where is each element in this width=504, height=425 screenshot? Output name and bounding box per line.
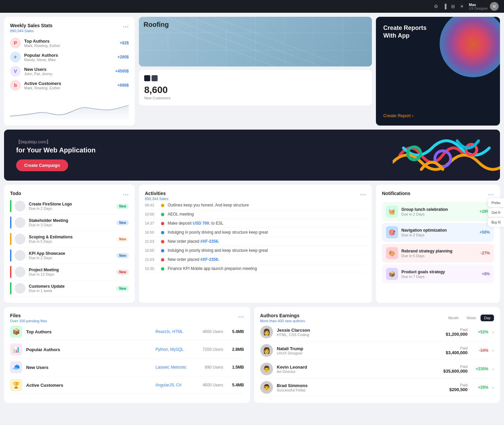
act-link-3[interactable]: USD 700. (193, 221, 210, 226)
todo-dot-5 (10, 266, 11, 278)
activities-header: Activities 890,344 Sales ⋯ (145, 191, 366, 201)
new-users-name: New Users (24, 67, 112, 72)
grid-icon[interactable]: ⊞ (451, 4, 455, 9)
center-top-column: Roofing 8,600 New Customers (139, 17, 372, 126)
topbar: ⚙ ▐ ⊞ ☀ Max UX Designer M (0, 0, 504, 13)
user-info: Max UX Designer M (469, 2, 499, 11)
todo-info-2: Stakeholder Meeting Due in 3 Days (29, 218, 113, 227)
todo-avatar-3 (15, 234, 25, 244)
todo-item-1: Create FireStone Logo Due in 2 Days New (10, 198, 129, 215)
new-customers-number: 8,600 (144, 85, 367, 95)
ae-row-4: 👨 Brad Simmons Successful Fellas Paid $2… (260, 378, 494, 397)
act-dot-5 (161, 240, 164, 243)
ae-chevron-1[interactable]: › (492, 329, 494, 335)
campaign-deco-svg (393, 134, 500, 177)
activity-item-5: 21:03 New order placed #XF-2356. (145, 237, 366, 246)
todo-card: Todo ⋯ Create FireStone Logo Due in 2 Da… (4, 185, 135, 303)
act-dot-7 (161, 258, 164, 262)
todo-badge-1: New (116, 204, 129, 209)
todo-avatar-4 (15, 250, 25, 261)
avatar[interactable]: M (490, 2, 499, 11)
todo-avatar-5 (15, 267, 25, 277)
notifications-menu[interactable]: ⋯ (488, 191, 494, 198)
ae-tab-month[interactable]: Month (445, 315, 462, 321)
file-row-4: 🏆 Active Customers AngularJS, C# 4600 Us… (10, 376, 244, 394)
notif-info-3: Rebrand strategy planning Due in 5 Days (401, 249, 477, 258)
notif-item-3: 🎨 Rebrand strategy planning Due in 5 Day… (382, 244, 494, 263)
act-link-7[interactable]: #XF-2356. (200, 257, 219, 262)
activity-item-3: 14:37 Make deposit USD 700. to ESL (145, 219, 366, 228)
ae-chevron-4[interactable]: › (492, 385, 494, 390)
sales-chart (10, 96, 129, 120)
ae-tab-week[interactable]: Week (463, 315, 480, 321)
todo-dot-3 (10, 233, 11, 245)
notif-val-2: +50% (480, 230, 490, 235)
ae-payment-3: Paid $35,600,000 (443, 365, 467, 374)
todo-item-5: Project Meeting Due in 12 Days New (10, 264, 129, 280)
act-dot-3 (161, 222, 164, 225)
roofing-title: Roofing (144, 21, 169, 29)
notif-icon-1: 🧺 (386, 205, 398, 218)
ae-change-4: +28% (471, 385, 488, 390)
ae-tab-day[interactable]: Day (481, 315, 494, 321)
todo-list: Create FireStone Logo Due in 2 Days New … (10, 198, 129, 297)
files-header: Files Over 100 pending files ⋯ (10, 313, 244, 323)
weekly-sales-card: Weekly Sales Stats 890,344 Sales ⋯ P Top… (4, 17, 135, 126)
ae-tabs: Month Week Day (445, 315, 494, 321)
ae-row-3: 👨 Kevin Leonard Art Director Paid $35,60… (260, 360, 494, 378)
popular-authors-info: Popular Authors Randy, Steve, Mike (24, 53, 114, 62)
create-report-link[interactable]: Create Report › (383, 113, 493, 118)
ae-avatar-1: 👩 (260, 326, 273, 338)
act-link-5[interactable]: #XF-2356. (200, 239, 219, 244)
top-authors-name: Top Authors (24, 39, 116, 44)
campaign-decoration (393, 130, 500, 181)
weekly-sales-menu[interactable]: ⋯ (123, 23, 129, 30)
todo-info-4: KPI App Showcase Due in 2 Days (29, 251, 113, 260)
sidebar-item-geth[interactable]: Get H (488, 208, 504, 217)
notif-icon-3: 🎨 (386, 247, 398, 259)
ae-subtitle: More than 400 new authors (260, 319, 305, 323)
activities-menu[interactable]: ⋯ (360, 191, 366, 198)
stat-item-active-customers: b Active Customers Mark, Rowling, Esther… (10, 80, 129, 91)
files-card: Files Over 100 pending files ⋯ 📦 Top Aut… (4, 307, 250, 403)
todo-menu[interactable]: ⋯ (123, 191, 129, 198)
search-icon[interactable]: ⚙ (434, 4, 438, 9)
ae-info-2: Natali Trump UI/UX Designer (277, 346, 442, 355)
ae-title: Authors Earnings (260, 313, 305, 318)
ae-row-1: 👩 Jessie Clarcson HTML, CSS Coding Paid … (260, 323, 494, 341)
ae-chevron-3[interactable]: › (492, 366, 494, 372)
new-users-authors: John, Pat, Jimmy (24, 72, 112, 76)
activity-item-6: 16:50 Indulging in poorly driving and ke… (145, 246, 366, 255)
new-users-value: +4500$ (115, 69, 129, 74)
files-menu[interactable]: ⋯ (238, 313, 244, 320)
top-authors-authors: Mark, Rowling, Esther (24, 44, 116, 48)
ae-chevron-2[interactable]: › (492, 348, 494, 353)
active-customers-icon: b (10, 80, 21, 91)
ae-payment-1: Paid $1,200,000 (446, 328, 467, 337)
ae-change-1: +52% (471, 330, 488, 334)
todo-dot-4 (10, 249, 11, 262)
todo-item-6: Customers Update Due in 1 week New (10, 280, 129, 297)
activities-title: Activities (145, 191, 168, 196)
notif-icon-2: 🎯 (386, 226, 398, 238)
theme-icon[interactable]: ☀ (460, 4, 464, 9)
create-campaign-button[interactable]: Create Campaign (16, 159, 68, 171)
notifications-list: 🧺 Group lunch celebration Due in 2 Days … (382, 202, 494, 283)
bar-icon[interactable]: ▐ (443, 4, 446, 9)
ae-avatar-4: 👨 (260, 381, 273, 394)
todo-info-3: Scoping & Estimations Due in 5 Days (29, 235, 113, 243)
nc-icon-dark (144, 75, 150, 81)
todo-item-4: KPI App Showcase Due in 2 Days New (10, 247, 129, 264)
sidebar-item-prebu[interactable]: Prebu (488, 198, 504, 207)
weekly-sales-header: Weekly Sales Stats 890,344 Sales ⋯ (10, 23, 129, 33)
ae-payment-2: Paid $3,400,000 (446, 346, 467, 355)
notifications-header: Notifications ⋯ (382, 191, 494, 198)
ae-row-2: 👩 Natali Trump UI/UX Designer Paid $3,40… (260, 341, 494, 360)
act-dot-2 (161, 213, 164, 216)
sidebar-item-buyn[interactable]: Buy N (488, 218, 504, 227)
top-row: Weekly Sales Stats 890,344 Sales ⋯ P Top… (4, 17, 500, 126)
todo-dot-2 (10, 217, 11, 229)
active-customers-value: +686$ (117, 83, 129, 88)
activity-item-1: 08:42 Outlines keep you honest. And keep… (145, 201, 366, 210)
ae-list: 👩 Jessie Clarcson HTML, CSS Coding Paid … (260, 323, 494, 397)
